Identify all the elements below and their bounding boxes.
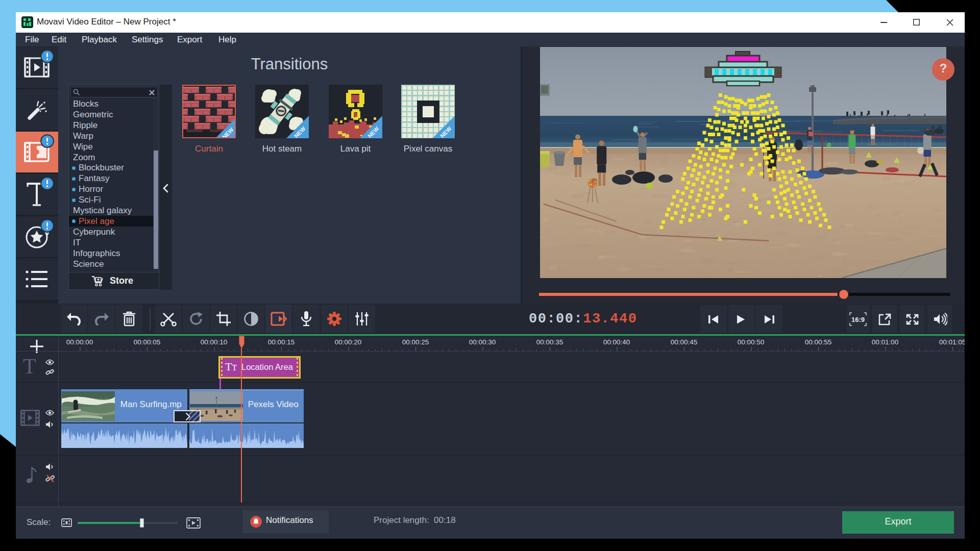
svg-text:16:9: 16:9 <box>851 316 865 323</box>
